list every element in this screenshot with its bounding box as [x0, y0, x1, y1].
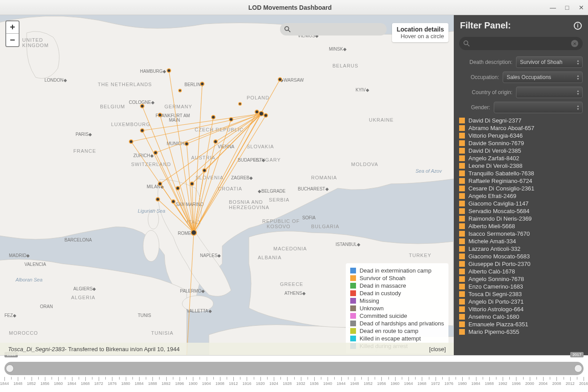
svg-text:KOSOVO: KOSOVO — [267, 224, 291, 229]
people-list-item[interactable]: Angelo Zarfati-8402 — [459, 154, 583, 162]
svg-text:ZURICH◆: ZURICH◆ — [133, 153, 154, 158]
person-name: Michele Amati-334 — [468, 238, 516, 245]
timeline-handle-start[interactable] — [6, 364, 14, 372]
people-list-item[interactable]: Raimondo Di Neris-2369 — [459, 215, 583, 222]
svg-text:Ligurian Sea: Ligurian Sea — [138, 208, 165, 214]
timeline-tick-label: 1952 — [364, 381, 372, 386]
people-list-item[interactable]: Isacco Sermoneta-7670 — [459, 230, 583, 238]
map-area[interactable]: UNITEDKINGDOM THE NETHERLANDS BELGIUM LU… — [0, 15, 454, 355]
clear-search-icon[interactable]: ✕ — [571, 40, 578, 47]
people-list-item[interactable]: Michele Amati-334 — [459, 238, 583, 245]
timeline-track[interactable] — [4, 362, 584, 375]
filter-panel: Filter Panel: i ✕ Death description: Sur… — [454, 15, 588, 355]
svg-text:VALLETTA◆: VALLETTA◆ — [187, 309, 212, 313]
zoom-out-button[interactable]: − — [6, 34, 19, 46]
person-name: Anselmo Calò-1680 — [468, 313, 519, 320]
timeline[interactable]: 1844 2017 184418481852185618601864186818… — [0, 355, 588, 392]
people-list-item[interactable]: Angelo Efrati-2469 — [459, 192, 583, 200]
timeline-tick-label: 1916 — [242, 381, 251, 386]
gender-select[interactable]: ▲▼ — [494, 102, 583, 113]
legend-item: Killed in escape attempt — [350, 335, 444, 342]
gender-label: Gender: — [471, 104, 490, 111]
timeline-tick-label: 1984 — [472, 381, 480, 386]
people-list-item[interactable]: Raffaele Reginiano-6724 — [459, 177, 583, 185]
people-list-item[interactable]: Alberto Calò-1678 — [459, 268, 583, 275]
filter-search-field[interactable] — [472, 40, 568, 47]
svg-text:BELARUS: BELARUS — [332, 63, 358, 68]
people-list-item[interactable]: Leone Di Veroli-2388 — [459, 162, 583, 170]
people-list-item[interactable]: Anselmo Calò-1680 — [459, 313, 583, 321]
people-list-item[interactable]: Abramo Marco Aboaf-657 — [459, 124, 583, 132]
people-list[interactable]: David Di Segni-2377Abramo Marco Aboaf-65… — [454, 115, 588, 355]
legend-item: Unknown — [350, 305, 444, 312]
legend-swatch — [350, 328, 356, 334]
timeline-tick-label: 1964 — [404, 381, 413, 386]
people-list-item[interactable]: Emanuele Piazza-6351 — [459, 321, 583, 328]
people-list-item[interactable]: Cesare Di Consiglio-2361 — [459, 185, 583, 192]
filter-search-input[interactable]: ✕ — [459, 37, 583, 50]
timeline-tick-label: 1888 — [148, 381, 157, 386]
people-list-item[interactable]: Lazzaro Anticoli-332 — [459, 245, 583, 253]
info-icon[interactable]: i — [574, 22, 582, 30]
people-list-item[interactable]: Giuseppe Di Porto-2370 — [459, 260, 583, 268]
people-list-item[interactable]: Tranquillo Sabatello-7638 — [459, 170, 583, 177]
svg-point-119 — [185, 142, 188, 146]
svg-text:Alboran Sea: Alboran Sea — [15, 277, 43, 282]
svg-point-115 — [255, 110, 259, 114]
person-swatch — [459, 216, 465, 222]
svg-text:MAIN: MAIN — [169, 118, 180, 123]
people-list-item[interactable]: Alberto Mieli-5668 — [459, 222, 583, 230]
timeline-tick-label: 1860 — [54, 381, 63, 386]
svg-point-108 — [200, 82, 204, 86]
svg-text:CZECH REPUBLIC: CZECH REPUBLIC — [195, 127, 244, 132]
svg-point-121 — [154, 151, 157, 154]
people-list-item[interactable]: Tosca Di Segni-2383 — [459, 290, 583, 298]
country-select[interactable]: ▲▼ — [516, 87, 583, 98]
timeline-handle-end[interactable] — [574, 364, 582, 372]
maximize-button[interactable]: □ — [564, 4, 570, 11]
person-swatch — [459, 306, 465, 312]
close-button[interactable]: ✕ — [578, 4, 584, 11]
timeline-tick-label: 1960 — [391, 381, 400, 386]
svg-text:PARIS◆: PARIS◆ — [76, 132, 92, 137]
timeline-ticks: 1844184818521856186018641868187218761880… — [4, 377, 584, 389]
timeline-tick-label: 1928 — [283, 381, 292, 386]
legend-swatch — [350, 290, 356, 296]
svg-point-107 — [167, 69, 171, 72]
svg-text:BOSNIA AND: BOSNIA AND — [229, 199, 263, 205]
person-swatch — [459, 170, 465, 176]
death-description-select[interactable]: Survivor of Shoah▲▼ — [516, 56, 583, 68]
person-name: Giacomo Caviglia-1147 — [468, 200, 528, 207]
status-close-button[interactable]: [close] — [429, 346, 446, 352]
people-list-item[interactable]: David Di Segni-2377 — [459, 117, 583, 124]
people-list-item[interactable]: Angelo Sonnino-7678 — [459, 275, 583, 283]
svg-point-120 — [214, 140, 217, 143]
timeline-tick-label: 1880 — [121, 381, 130, 386]
people-list-item[interactable]: David Di Veroli-2385 — [459, 147, 583, 154]
timeline-tick-label: 1884 — [135, 381, 144, 386]
people-list-item[interactable]: Mario Piperno-6355 — [459, 328, 583, 336]
svg-point-111 — [158, 113, 162, 117]
people-list-item[interactable]: Davide Sonnino-7679 — [459, 139, 583, 147]
filter-panel-title: Filter Panel: — [460, 20, 574, 31]
map-search-input[interactable] — [280, 23, 387, 36]
status-bar: Tosca_Di_Segni-2383 - Transferred to Bir… — [0, 343, 454, 355]
svg-text:GREECE: GREECE — [280, 281, 303, 287]
people-list-item[interactable]: Enzo Camerino-1683 — [459, 283, 583, 290]
svg-text:FEZ◆: FEZ◆ — [4, 313, 16, 318]
timeline-tick-label: 1992 — [498, 381, 507, 386]
people-list-item[interactable]: Giacomo Caviglia-1147 — [459, 200, 583, 207]
people-list-item[interactable]: Giacomo Moscato-5683 — [459, 253, 583, 260]
svg-point-117 — [129, 140, 133, 143]
svg-text:ISTANBUL◆: ISTANBUL◆ — [336, 242, 360, 247]
legend-item: Dead in custody — [350, 289, 444, 297]
people-list-item[interactable]: Angelo Di Porto-2371 — [459, 298, 583, 305]
occupation-select[interactable]: Sales Occupations▲▼ — [503, 71, 583, 83]
people-list-item[interactable]: Servadio Moscato-5684 — [459, 207, 583, 215]
zoom-in-button[interactable]: + — [6, 21, 19, 34]
people-list-item[interactable]: Vittorio Perugia-6346 — [459, 132, 583, 139]
timeline-tick-label: 1940 — [323, 381, 332, 386]
people-list-item[interactable]: Vittorio Astrologo-664 — [459, 305, 583, 313]
person-name: Giacomo Moscato-5683 — [468, 253, 530, 260]
minimize-button[interactable]: — — [550, 4, 556, 11]
